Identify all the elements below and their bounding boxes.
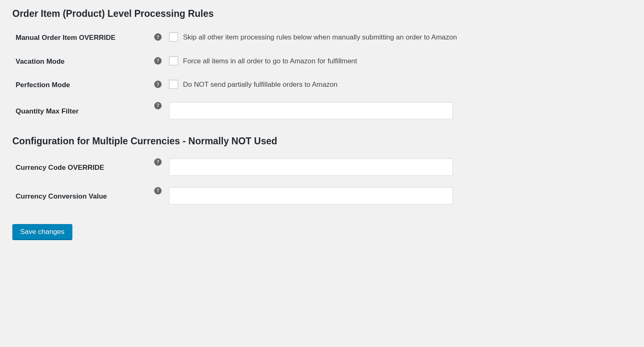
- row-currency-conversion: Currency Conversion Value ?: [12, 187, 632, 204]
- help-icon[interactable]: ?: [154, 187, 162, 194]
- row-manual-override: Manual Order Item OVERRIDE ? Skip all ot…: [12, 31, 632, 43]
- label-manual-override: Manual Order Item OVERRIDE: [12, 31, 154, 43]
- input-currency-code[interactable]: [169, 158, 453, 176]
- control-wrap: ?: [154, 187, 632, 204]
- help-icon[interactable]: ?: [154, 81, 162, 88]
- help-icon[interactable]: ?: [154, 158, 162, 166]
- section1-heading: Order Item (Product) Level Processing Ru…: [12, 8, 632, 19]
- label-vacation-mode: Vacation Mode: [12, 55, 154, 67]
- control-wrap: ? Force all items in all order to go to …: [154, 55, 632, 66]
- help-icon[interactable]: ?: [154, 33, 162, 41]
- row-quantity-max: Quantity Max Filter ?: [12, 102, 632, 119]
- checkbox-vacation-mode[interactable]: [169, 56, 178, 65]
- section1-table: Manual Order Item OVERRIDE ? Skip all ot…: [12, 31, 632, 119]
- row-perfection-mode: Perfection Mode ? Do NOT send partially …: [12, 78, 632, 90]
- row-currency-code: Currency Code OVERRIDE ?: [12, 158, 632, 176]
- section2-heading: Configuration for Multiple Currencies - …: [12, 136, 632, 147]
- input-currency-conversion[interactable]: [169, 187, 453, 204]
- control-wrap: ? Skip all other item processing rules b…: [154, 31, 632, 42]
- save-button[interactable]: Save changes: [12, 224, 72, 240]
- section2-table: Currency Code OVERRIDE ? Currency Conver…: [12, 158, 632, 204]
- label-perfection-mode: Perfection Mode: [12, 78, 154, 90]
- control-wrap: ?: [154, 158, 632, 176]
- control-wrap: ?: [154, 102, 632, 119]
- input-quantity-max[interactable]: [169, 102, 453, 119]
- checkbox-perfection-mode[interactable]: [169, 80, 178, 89]
- row-vacation-mode: Vacation Mode ? Force all items in all o…: [12, 55, 632, 67]
- desc-manual-override: Skip all other item processing rules bel…: [183, 31, 457, 42]
- label-quantity-max: Quantity Max Filter: [12, 104, 154, 117]
- desc-perfection-mode: Do NOT send partially fulfillable orders…: [183, 78, 338, 90]
- label-currency-code: Currency Code OVERRIDE: [12, 161, 154, 173]
- control-wrap: ? Do NOT send partially fulfillable orde…: [154, 78, 632, 90]
- help-icon[interactable]: ?: [154, 102, 162, 109]
- desc-vacation-mode: Force all items in all order to go to Am…: [183, 55, 357, 66]
- checkbox-manual-override[interactable]: [169, 32, 178, 42]
- help-icon[interactable]: ?: [154, 57, 162, 65]
- label-currency-conversion: Currency Conversion Value: [12, 190, 154, 202]
